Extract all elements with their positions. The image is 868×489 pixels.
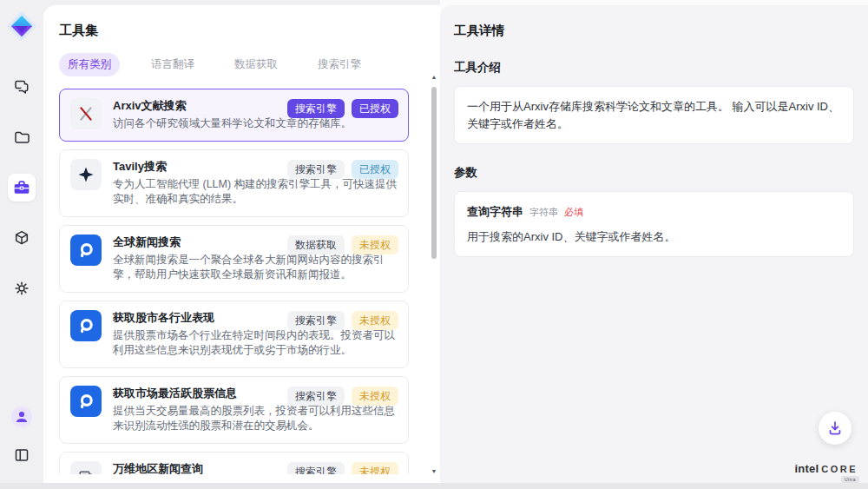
tavily-star-icon: [77, 166, 95, 183]
core-wordmark-wrap: CORE Ultra: [821, 460, 858, 476]
window-bottom-edge: [0, 483, 868, 489]
download-button[interactable]: [819, 412, 852, 445]
tool-card-1[interactable]: Tavily搜索 专为人工智能代理 (LLM) 构建的搜索引擎工具，可快速提供实…: [59, 149, 409, 217]
user-icon: [10, 406, 33, 428]
news-search-q-icon: [76, 316, 95, 335]
param-header: 查询字符串 字符串 必填: [467, 203, 841, 221]
diamond-logo-icon: [6, 10, 37, 42]
param-type: 字符串: [529, 205, 558, 220]
tool-card-0[interactable]: Arxiv文献搜索 访问各个研究领域大量科学论文和文章的存储库。 搜索引擎 已授…: [59, 89, 409, 142]
tool-auth-badge: 已授权: [352, 99, 398, 118]
app-logo: [6, 10, 37, 42]
scroll-up-arrow-icon[interactable]: ▲: [430, 73, 438, 82]
newspaper-icon: [77, 468, 95, 475]
category-tab-3[interactable]: 搜索引擎: [309, 53, 370, 76]
arxiv-icon: [77, 105, 95, 122]
tool-auth-badge: 未授权: [352, 462, 398, 475]
tool-icon: [70, 461, 102, 475]
tool-description: 提供当天交易量最高的股票列表，投资者可以利用这些信息来识别流动性强的股票和潜在的…: [113, 404, 398, 434]
sidebar-item-tools[interactable]: [8, 174, 36, 202]
gear-icon: [13, 280, 30, 297]
category-tabs: 所有类别语言翻译数据获取搜索引擎: [59, 53, 440, 76]
tool-auth-badge: 已授权: [352, 160, 398, 179]
tool-card-5[interactable]: 万维地区新闻查询 查询具体行政区划内的新闻，快速了解各地新闻动 搜索引擎 未授权: [59, 452, 409, 475]
tool-list-panel: 工具集 所有类别语言翻译数据获取搜索引擎 Arxiv文献搜索 访问各个研究领域大…: [43, 5, 440, 483]
scrollbar-thumb[interactable]: [431, 87, 437, 259]
tool-description: 访问各个研究领域大量科学论文和文章的存储库。: [113, 116, 398, 132]
tool-detail-panel: 工具详情 工具介绍 一个用于从Arxiv存储库搜索科学论文和文章的工具。 输入可…: [440, 5, 868, 483]
params-heading: 参数: [454, 165, 854, 181]
intro-text-box: 一个用于从Arxiv存储库搜索科学论文和文章的工具。 输入可以是Arxiv ID…: [454, 86, 854, 144]
cube-icon: [13, 229, 30, 247]
tool-category-badge: 搜索引擎: [287, 387, 345, 406]
news-search-q-icon: [76, 241, 95, 260]
tool-category-badge: 搜索引擎: [287, 160, 345, 179]
tool-badges: 搜索引擎 未授权: [287, 387, 398, 406]
category-tab-1[interactable]: 语言翻译: [142, 53, 203, 76]
tool-icon: [70, 159, 102, 190]
sidebar-item-models[interactable]: [8, 224, 36, 252]
user-avatar[interactable]: [8, 403, 36, 431]
param-box: 查询字符串 字符串 必填 用于搜索的Arxiv ID、关键字或作者姓名。: [454, 191, 854, 257]
tool-icon: [70, 386, 102, 417]
tool-badges: 搜索引擎 已授权: [287, 160, 398, 179]
tool-badges: 搜索引擎 未授权: [287, 311, 398, 330]
category-tab-2[interactable]: 数据获取: [226, 53, 286, 76]
param-name: 查询字符串: [467, 203, 523, 221]
tool-auth-badge: 未授权: [352, 311, 398, 330]
collapse-sidebar-button[interactable]: [8, 441, 36, 469]
sidebar-item-chat[interactable]: [8, 73, 36, 101]
intro-heading: 工具介绍: [454, 60, 854, 76]
param-description: 用于搜索的Arxiv ID、关键字或作者姓名。: [467, 228, 841, 246]
tool-icon: [70, 310, 102, 341]
tool-category-badge: 数据获取: [287, 235, 345, 254]
sidebar-item-files[interactable]: [8, 123, 36, 151]
intel-wordmark: intel: [794, 462, 819, 475]
panel-layout-icon: [13, 446, 30, 464]
tool-category-badge: 搜索引擎: [287, 99, 345, 118]
tool-category-badge: 搜索引擎: [287, 311, 345, 330]
category-tab-0[interactable]: 所有类别: [59, 53, 120, 76]
tool-card-3[interactable]: 获取股市各行业表现 提供股票市场各个行业在特定时间段内的表现。投资者可以利用这些…: [59, 301, 409, 368]
tool-description: 专为人工智能代理 (LLM) 构建的搜索引擎工具，可快速提供实时、准确和真实的结…: [113, 177, 398, 208]
page-title: 工具集: [43, 5, 440, 39]
tool-card-list: Arxiv文献搜索 访问各个研究领域大量科学论文和文章的存储库。 搜索引擎 已授…: [43, 87, 440, 474]
tool-icon: [70, 235, 102, 266]
tool-category-badge: 搜索引擎: [287, 462, 345, 475]
list-scrollbar[interactable]: ▲ ▼: [430, 73, 438, 476]
tool-icon: [70, 98, 102, 129]
tool-description: 提供股票市场各个行业在特定时间段内的表现。投资者可以利用这些信息来识别表现优于或…: [113, 328, 398, 359]
tool-card-4[interactable]: 获取市场最活跃股票信息 提供当天交易量最高的股票列表，投资者可以利用这些信息来识…: [59, 376, 409, 444]
news-search-q-icon: [76, 392, 95, 411]
chat-icon: [13, 78, 30, 96]
tool-badges: 搜索引擎 已授权: [287, 99, 398, 118]
sidebar: [0, 0, 43, 483]
ultra-badge: Ultra: [841, 476, 859, 483]
tool-auth-badge: 未授权: [352, 387, 398, 406]
tool-badges: 搜索引擎 未授权: [287, 462, 398, 475]
scroll-down-arrow-icon[interactable]: ▼: [430, 467, 438, 476]
sidebar-item-settings[interactable]: [8, 274, 36, 302]
tool-description: 全球新闻搜索是一个聚合全球各大新闻网站内容的搜索引擎，帮助用户快速获取全球最新资…: [113, 253, 398, 283]
sidebar-bottom: [8, 403, 36, 469]
tool-card-2[interactable]: 全球新闻搜索 全球新闻搜索是一个聚合全球各大新闻网站内容的搜索引擎，帮助用户快速…: [59, 225, 409, 293]
tool-auth-badge: 未授权: [352, 235, 398, 254]
intel-core-logo: intel CORE Ultra: [794, 460, 858, 476]
toolbox-icon: [12, 178, 31, 197]
core-wordmark: CORE: [821, 464, 858, 474]
sidebar-nav: [8, 73, 36, 302]
folder-icon: [13, 129, 30, 146]
param-required-badge: 必填: [564, 205, 583, 220]
tool-badges: 数据获取 未授权: [287, 235, 398, 254]
download-icon: [825, 419, 845, 438]
detail-title: 工具详情: [454, 23, 854, 39]
